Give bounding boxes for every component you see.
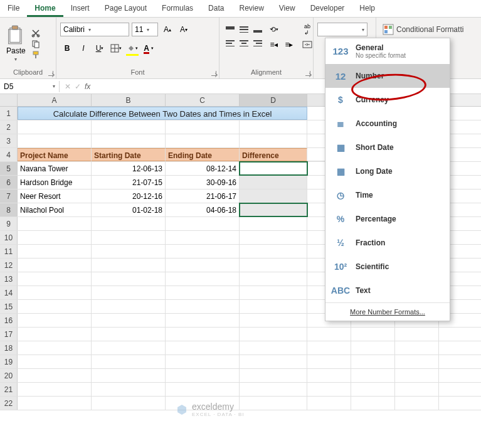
cell[interactable] — [307, 328, 351, 341]
cell[interactable]: 21-07-15 — [92, 176, 166, 189]
cell[interactable] — [351, 341, 395, 355]
cell[interactable] — [166, 245, 240, 258]
col-header-a[interactable]: A — [18, 94, 92, 106]
cell[interactable] — [18, 383, 92, 396]
cell[interactable] — [18, 314, 92, 327]
cell[interactable] — [92, 286, 166, 299]
cell[interactable] — [166, 217, 240, 230]
cell[interactable] — [240, 369, 307, 382]
align-left[interactable] — [223, 36, 237, 50]
cell[interactable] — [18, 328, 92, 341]
menu-formulas[interactable]: Formulas — [154, 0, 201, 17]
format-option-text[interactable]: ABC Text — [325, 279, 450, 302]
name-box[interactable]: D5▾ — [0, 81, 60, 92]
row-header[interactable]: 16 — [0, 314, 18, 327]
row-header[interactable]: 12 — [0, 259, 18, 272]
cell[interactable] — [240, 341, 307, 355]
cell[interactable]: 20-12-16 — [92, 189, 166, 203]
fx-icon[interactable]: fx — [85, 82, 90, 91]
cell[interactable] — [240, 217, 307, 230]
font-family-select[interactable]: Calibri▾ — [60, 23, 129, 36]
cell[interactable] — [307, 383, 351, 396]
format-option-time[interactable]: ◷ Time — [325, 183, 450, 207]
header-end[interactable]: Ending Date — [166, 148, 240, 161]
decrease-font-button[interactable]: A▾ — [177, 23, 191, 36]
cell[interactable] — [240, 383, 307, 396]
menu-page-layout[interactable]: Page Layout — [97, 0, 154, 17]
row-header[interactable]: 4 — [0, 148, 18, 161]
row-header[interactable]: 1 — [0, 107, 18, 120]
cell[interactable] — [307, 369, 351, 382]
cell[interactable] — [18, 272, 92, 285]
row-header[interactable]: 18 — [0, 341, 18, 355]
align-top[interactable] — [223, 23, 237, 36]
cell[interactable] — [18, 259, 92, 272]
menu-help[interactable]: Help — [352, 0, 383, 17]
format-option-number[interactable]: 12 Number — [325, 64, 450, 88]
cell[interactable] — [395, 397, 439, 410]
format-option-long-date[interactable]: ▦ Long Date — [325, 159, 450, 183]
number-format-select[interactable]: ▾ — [317, 23, 367, 36]
row-header[interactable]: 14 — [0, 286, 18, 299]
cell[interactable] — [166, 120, 240, 134]
cell[interactable] — [92, 341, 166, 355]
cell[interactable] — [240, 134, 307, 147]
cell[interactable] — [240, 272, 307, 285]
cell[interactable]: 04-06-18 — [166, 203, 240, 216]
font-color-button[interactable]: A▾ — [142, 41, 156, 55]
cell[interactable] — [18, 231, 92, 244]
border-button[interactable]: ▾ — [109, 41, 123, 55]
cell[interactable] — [18, 245, 92, 258]
menu-developer[interactable]: Developer — [303, 0, 352, 17]
cut-button[interactable] — [31, 29, 41, 38]
cell[interactable] — [18, 300, 92, 313]
col-header-d[interactable]: D — [240, 94, 307, 106]
conditional-formatting-button[interactable]: Conditional Formatti — [380, 23, 477, 36]
more-number-formats[interactable]: More Number Formats... — [325, 302, 450, 321]
format-option-fraction[interactable]: ½ Fraction — [325, 231, 450, 255]
format-option-short-date[interactable]: ▦ Short Date — [325, 136, 450, 159]
cell[interactable] — [166, 272, 240, 285]
header-diff[interactable]: Difference — [240, 148, 307, 161]
cell[interactable] — [92, 314, 166, 327]
cell[interactable]: Navana Tower — [18, 162, 92, 175]
cell[interactable] — [18, 120, 92, 134]
cell[interactable] — [166, 383, 240, 396]
cell[interactable] — [18, 286, 92, 299]
cell[interactable] — [351, 328, 395, 341]
cell[interactable] — [18, 134, 92, 147]
header-start[interactable]: Starting Date — [92, 148, 166, 161]
wrap-text-button[interactable]: ab↲ — [300, 23, 315, 36]
cell[interactable]: Hardson Bridge — [18, 176, 92, 189]
cancel-icon[interactable]: ✕ — [65, 82, 71, 91]
copy-button[interactable] — [31, 40, 41, 48]
cell[interactable] — [92, 300, 166, 313]
cell[interactable] — [307, 355, 351, 368]
align-right[interactable] — [251, 36, 265, 50]
align-center[interactable] — [237, 36, 251, 50]
fill-color-button[interactable]: ▾ — [125, 41, 139, 55]
cell[interactable] — [240, 189, 307, 203]
cell[interactable] — [92, 355, 166, 368]
format-option-accounting[interactable]: ≣ Accounting — [325, 112, 450, 136]
cell[interactable] — [92, 259, 166, 272]
row-header[interactable]: 22 — [0, 397, 18, 410]
cell[interactable] — [166, 314, 240, 327]
paste-button[interactable]: Paste ▾ — [4, 24, 28, 63]
cell[interactable] — [92, 369, 166, 382]
cell[interactable] — [92, 272, 166, 285]
cell[interactable] — [166, 397, 240, 410]
row-header[interactable]: 20 — [0, 369, 18, 382]
cell[interactable] — [351, 383, 395, 396]
cell[interactable] — [240, 300, 307, 313]
cell[interactable] — [307, 341, 351, 355]
cell[interactable] — [240, 176, 307, 189]
cell[interactable]: 30-09-16 — [166, 176, 240, 189]
row-header[interactable]: 8 — [0, 203, 18, 216]
clipboard-launcher[interactable] — [47, 70, 55, 77]
cell[interactable] — [92, 328, 166, 341]
cell[interactable] — [395, 383, 439, 396]
cell[interactable] — [240, 259, 307, 272]
row-header[interactable]: 19 — [0, 355, 18, 368]
cell[interactable] — [92, 383, 166, 396]
